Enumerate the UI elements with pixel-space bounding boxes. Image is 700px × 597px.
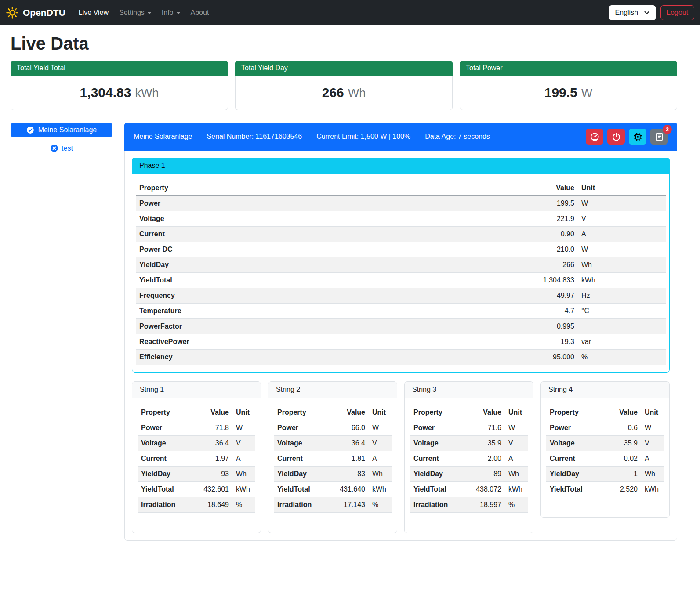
table-row: Voltage35.9V: [546, 436, 664, 451]
row-value: 19.3: [512, 334, 578, 350]
row-value: 71.8: [195, 420, 232, 436]
row-unit: Hz: [578, 288, 666, 304]
card-header: Total Yield Day: [235, 61, 453, 76]
page: OpenDTU Live View Settings Info About En…: [0, 0, 700, 552]
inverter-item-test[interactable]: test: [11, 144, 112, 152]
row-property: PowerFactor: [136, 319, 512, 334]
nav-item-about[interactable]: About: [185, 5, 214, 20]
table-row: YieldDay83Wh: [274, 467, 392, 482]
table-row: YieldDay93Wh: [138, 467, 255, 482]
table-body: Power66.0WVoltage36.4VCurrent1.81AYieldD…: [274, 420, 392, 513]
chevron-down-icon: [177, 12, 180, 14]
table-header-row: Property Value Unit: [410, 405, 528, 420]
card-total-yield-day: Total Yield Day 266Wh: [235, 61, 453, 110]
chevron-down-icon: [148, 12, 151, 14]
string-1-table: Property Value Unit Power71.8WVoltage36.…: [138, 405, 255, 513]
nav-item-label: About: [191, 9, 209, 17]
table-body: Power71.6WVoltage35.9VCurrent2.00AYieldD…: [410, 420, 528, 513]
row-property: Current: [274, 451, 331, 467]
nav-item-live-view[interactable]: Live View: [73, 5, 114, 20]
string-2-panel: String 2 Property Value Unit: [268, 381, 397, 533]
column-header-value: Value: [603, 405, 641, 420]
card-unit: kWh: [135, 87, 159, 100]
power-button[interactable]: [607, 129, 625, 145]
row-unit: A: [369, 451, 392, 467]
table-header-row: Property Value Unit: [138, 405, 255, 420]
row-value: 210.0: [512, 242, 578, 257]
row-value: 93: [195, 467, 232, 482]
row-property: Temperature: [136, 304, 512, 319]
table-row: Efficiency95.000%: [136, 350, 666, 365]
table-header-row: Property Value Unit: [274, 405, 392, 420]
row-unit: kWh: [505, 482, 528, 497]
table-header-row: Property Value Unit: [546, 405, 664, 420]
card-body: 266Wh: [236, 76, 452, 110]
card-unit: Wh: [348, 87, 366, 100]
row-property: Power: [410, 420, 467, 436]
phase-table: Property Value Unit Power199.5WVoltage22…: [136, 181, 666, 365]
row-value: 18.597: [467, 497, 505, 513]
column-header-property: Property: [136, 181, 512, 196]
row-unit: kWh: [232, 482, 255, 497]
column-header-unit: Unit: [369, 405, 392, 420]
inverter-card: Meine Solaranlage Serial Number: 1161716…: [124, 123, 677, 541]
logout-button[interactable]: Logout: [660, 5, 694, 20]
row-property: Power: [274, 420, 331, 436]
chevron-down-icon: [644, 11, 649, 14]
row-value: 35.9: [603, 436, 641, 451]
event-count-badge: 2: [663, 125, 672, 134]
inverter-name: Meine Solaranlage: [134, 133, 192, 141]
nav-item-settings[interactable]: Settings: [114, 5, 156, 20]
row-value: 18.649: [195, 497, 232, 513]
row-unit: V: [578, 211, 666, 227]
row-value: 66.0: [331, 420, 369, 436]
inverter-button-label: Meine Solaranlage: [38, 126, 97, 134]
card-value: 199.5: [544, 85, 577, 100]
row-property: YieldTotal: [410, 482, 467, 497]
x-circle-icon: [50, 144, 58, 152]
row-property: Voltage: [274, 436, 331, 451]
gauge-icon: [590, 132, 599, 141]
row-property: YieldTotal: [274, 482, 331, 497]
column-header-value: Value: [467, 405, 505, 420]
row-unit: V: [641, 436, 664, 451]
row-property: Voltage: [410, 436, 467, 451]
string-panel-body: Property Value Unit Power71.8WVoltage36.…: [132, 398, 261, 533]
row-property: Irradiation: [138, 497, 195, 513]
strings-row: String 1 Property Value Unit: [132, 381, 670, 533]
row-value: 35.9: [467, 436, 505, 451]
table-row: Power66.0W: [274, 420, 392, 436]
row-unit: [578, 319, 666, 334]
row-property: YieldDay: [136, 257, 512, 273]
inverter-limit: Current Limit: 1,500 W | 100%: [316, 133, 410, 141]
inverter-serial: Serial Number: 116171603546: [207, 133, 302, 141]
table-head: Property Value Unit: [136, 181, 666, 196]
brand[interactable]: OpenDTU: [6, 6, 65, 19]
row-property: Irradiation: [274, 497, 331, 513]
row-value: 221.9: [512, 211, 578, 227]
row-unit: V: [232, 436, 255, 451]
table-row: Power DC210.0W: [136, 242, 666, 257]
table-row: Power71.6W: [410, 420, 528, 436]
row-value: 266: [512, 257, 578, 273]
event-log-button[interactable]: 2: [650, 129, 668, 145]
row-value: 1.97: [195, 451, 232, 467]
row-unit: Wh: [505, 467, 528, 482]
power-icon: [612, 132, 621, 141]
inverter-select-button[interactable]: Meine Solaranlage: [11, 123, 112, 137]
nav-item-info[interactable]: Info: [156, 5, 185, 20]
row-property: Power: [546, 420, 603, 436]
table-body: Power0.6WVoltage35.9VCurrent0.02AYieldDa…: [546, 420, 664, 497]
table-row: YieldTotal1,304.833kWh: [136, 273, 666, 288]
page-title: Live Data: [11, 34, 677, 54]
row-unit: A: [232, 451, 255, 467]
row-unit: Wh: [641, 467, 664, 482]
language-select[interactable]: English: [609, 5, 656, 20]
column-header-value: Value: [512, 181, 578, 196]
card-value: 266: [322, 85, 344, 100]
limit-settings-button[interactable]: [586, 129, 603, 145]
table-body: Power199.5WVoltage221.9VCurrent0.90APowe…: [136, 196, 666, 365]
row-property: YieldTotal: [546, 482, 603, 497]
column-header-unit: Unit: [578, 181, 666, 196]
device-info-button[interactable]: [629, 129, 646, 145]
